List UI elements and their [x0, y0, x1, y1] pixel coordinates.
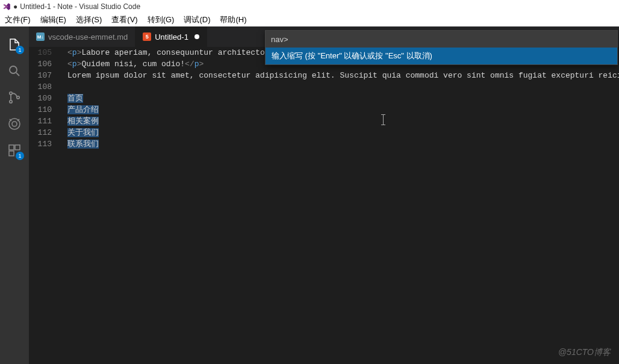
- line-number: 108: [29, 81, 60, 93]
- menu-file[interactable]: 文件(F): [0, 14, 36, 25]
- svg-rect-6: [9, 145, 14, 150]
- line-number: 106: [29, 58, 60, 70]
- line-number: 109: [29, 93, 60, 104]
- gutter: 105 106 107 108 109 110 111 112 113: [29, 47, 60, 150]
- svg-rect-7: [15, 145, 20, 150]
- code-line: 关于我们: [67, 127, 619, 138]
- code-line: 产品介绍: [67, 104, 619, 116]
- menu-debug[interactable]: 调试(D): [179, 14, 215, 25]
- watermark-text: @51CTO博客: [558, 347, 611, 358]
- line-number: 107: [29, 70, 60, 81]
- text-cursor-icon: [383, 114, 384, 125]
- tab-vscode-use-emmet[interactable]: M↓ vscode-use-emmet.md: [29, 26, 135, 47]
- main-area: 1 1 M↓ vscode-use-emmet.md 5 Untitled-1: [0, 26, 619, 364]
- menu-edit[interactable]: 编辑(E): [36, 14, 71, 25]
- svg-point-5: [12, 122, 17, 126]
- dirty-indicator-icon: [194, 34, 199, 39]
- activitybar: 1 1: [0, 26, 29, 364]
- line-number: 112: [29, 127, 60, 138]
- svg-point-0: [10, 66, 17, 73]
- titlebar: ● Untitled-1 - Note - Visual Studio Code: [0, 0, 619, 13]
- extensions-icon[interactable]: 1: [0, 137, 29, 164]
- line-number: 105: [29, 47, 60, 58]
- svg-point-1: [10, 92, 12, 94]
- svg-rect-8: [9, 151, 14, 156]
- code-line: 联系我们: [67, 138, 619, 150]
- code-line: 首页: [67, 93, 619, 104]
- code-line: [67, 81, 619, 93]
- svg-point-2: [10, 100, 12, 103]
- quick-input-hint: 输入缩写 (按 "Enter" 以确认或按 "Esc" 以取消): [266, 48, 617, 64]
- quick-input-widget: 输入缩写 (按 "Enter" 以确认或按 "Esc" 以取消): [265, 30, 618, 65]
- menu-goto[interactable]: 转到(G): [143, 14, 179, 25]
- code-line: 相关案例: [67, 116, 619, 127]
- vscode-logo-icon: [2, 2, 11, 11]
- source-control-icon[interactable]: [0, 84, 29, 111]
- search-icon[interactable]: [0, 58, 29, 84]
- window-title: Untitled-1 - Note - Visual Studio Code: [20, 2, 140, 11]
- editor-area: M↓ vscode-use-emmet.md 5 Untitled-1 105 …: [29, 26, 619, 364]
- menu-select[interactable]: 选择(S): [71, 14, 107, 25]
- menu-help[interactable]: 帮助(H): [215, 14, 251, 25]
- extensions-badge: 1: [16, 152, 24, 160]
- menu-view[interactable]: 查看(V): [107, 14, 142, 25]
- line-number: 110: [29, 104, 60, 116]
- emmet-abbreviation-input[interactable]: [266, 31, 617, 48]
- markdown-file-icon: M↓: [36, 32, 45, 41]
- line-number: 111: [29, 116, 60, 127]
- html-file-icon: 5: [143, 32, 151, 41]
- tab-untitled-1[interactable]: 5 Untitled-1: [135, 26, 207, 47]
- title-dirty-dot: ●: [13, 2, 17, 11]
- menubar: 文件(F) 编辑(E) 选择(S) 查看(V) 转到(G) 调试(D) 帮助(H…: [0, 13, 619, 26]
- tab-label: Untitled-1: [155, 32, 188, 42]
- code-line: Lorem ipsum dolor sit amet, consectetur …: [67, 70, 619, 81]
- tab-label: vscode-use-emmet.md: [48, 32, 128, 42]
- editor[interactable]: 105 106 107 108 109 110 111 112 113 <p>L…: [29, 47, 619, 364]
- debug-icon[interactable]: [0, 111, 29, 137]
- explorer-icon[interactable]: 1: [0, 31, 29, 58]
- explorer-badge: 1: [16, 46, 24, 54]
- line-number: 113: [29, 138, 60, 150]
